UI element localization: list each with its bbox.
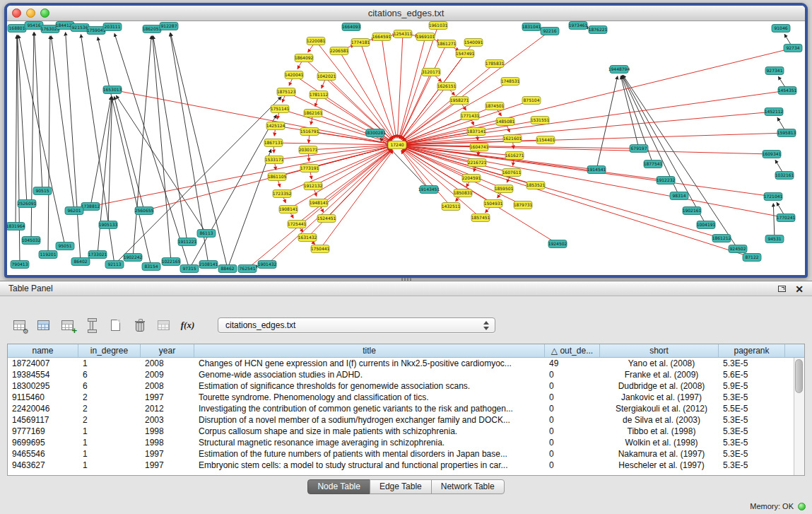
cell-short[interactable]: Dudbridge et al. (2008) [600,380,719,392]
cell-in_degree[interactable]: 6 [78,369,141,380]
network-node[interactable]: 1759041 [87,27,106,35]
cell-year[interactable]: 2012 [141,403,194,414]
network-node[interactable]: 2030171 [299,146,318,154]
network-node[interactable]: 790413 [11,261,29,269]
network-node[interactable]: 1420041 [285,71,304,79]
cell-year[interactable]: 1998 [141,437,194,448]
network-node[interactable]: 912287 [160,23,178,30]
cell-in_degree[interactable]: 6 [78,380,141,392]
cell-short[interactable]: Yano et al. (2008) [600,358,719,369]
network-node[interactable]: 88462 [218,265,237,273]
cell-short[interactable]: Hescheler et al. (1997) [600,460,719,471]
cell-name[interactable]: 9115460 [8,392,78,403]
network-node[interactable]: 1911221 [178,238,197,246]
network-node[interactable]: 1621601 [503,135,522,143]
cell-short[interactable]: Franke et al. (2009) [600,369,719,380]
network-node[interactable]: 1485081 [496,118,515,126]
network-node[interactable]: 1948141 [310,199,329,207]
cell-title[interactable]: Embryonic stem cells: a model to study s… [194,460,545,471]
cell-in_degree[interactable]: 1 [78,437,141,448]
cell-year[interactable]: 2008 [141,358,194,369]
table-row[interactable]: 911546021997Tourette syndrome. Phenomeno… [8,392,794,403]
network-node[interactable]: 762541 [238,265,257,273]
table-row[interactable]: 946362711997Embryonic stem cells: a mode… [8,460,794,471]
cell-title[interactable]: Genome-wide association studies in ADHD. [194,369,545,380]
network-node[interactable]: 1721041 [764,193,783,201]
cell-out_de[interactable]: 0 [545,448,600,460]
table-row[interactable]: 946554611997Estimation of the future num… [8,448,794,460]
zoom-window-button[interactable] [40,8,49,18]
cell-year[interactable]: 2003 [141,414,194,426]
network-node[interactable]: 1773191 [300,165,319,173]
window-titlebar[interactable]: citations_edges.txt [7,6,805,21]
cell-pagerank[interactable]: 5.3E-5 [719,448,785,460]
scrollbar-thumb[interactable] [795,359,803,393]
network-node[interactable]: 927341 [765,67,784,75]
network-node[interactable]: 1961031 [429,22,448,30]
network-node[interactable]: 86113 [197,230,216,238]
network-node[interactable]: 1604741 [470,144,489,151]
cell-pagerank[interactable]: 5.3E-5 [719,426,785,437]
network-node[interactable]: 1781112 [310,91,329,99]
network-node[interactable]: 1874501 [486,103,505,110]
cell-name[interactable]: 9465546 [8,448,78,460]
float-panel-icon[interactable] [778,286,786,292]
network-node[interactable]: 1032161 [775,172,794,180]
cell-short[interactable]: de Silva et al. (2003) [600,414,719,426]
cell-title[interactable]: Changes of HCN gene expression and I(f) … [194,358,545,369]
cell-short[interactable]: Wolkin et al. (1998) [600,437,719,448]
network-node[interactable]: 19448794 [608,66,630,74]
network-node[interactable]: 1045032 [22,237,41,245]
table-row[interactable]: 977716911998Corpus callosum shape and si… [8,426,794,437]
table-row[interactable]: 1872400712008Changes of HCN gene express… [8,358,794,369]
close-window-button[interactable] [12,8,21,18]
vertical-scrollbar[interactable] [794,358,804,475]
network-node[interactable]: 1595813 [777,129,796,137]
cell-short[interactable]: Stergiakouli et al. (2012) [600,403,719,414]
network-node[interactable]: 1725441 [288,221,307,228]
network-node[interactable]: 2206581 [330,47,349,55]
cell-name[interactable]: 18300295 [8,380,78,392]
tab-network-table[interactable]: Network Table [431,479,505,494]
add-column-icon[interactable]: + [58,316,77,334]
cell-in_degree[interactable]: 2 [78,392,141,403]
network-node[interactable]: 1626151 [437,83,457,90]
cell-out_de[interactable]: 0 [545,380,600,392]
cell-pagerank[interactable]: 5.3E-5 [719,392,785,403]
network-node[interactable]: 91046 [772,25,790,33]
minimize-window-button[interactable] [26,8,35,18]
network-node[interactable]: 1853521 [526,182,546,189]
tab-node-table[interactable]: Node Table [307,479,370,494]
network-node[interactable]: 1547491 [456,50,475,58]
network-node[interactable]: 1877541 [644,160,663,168]
network-node[interactable]: 1973461 [569,22,588,30]
network-node[interactable]: 1859501 [495,185,514,193]
network-canvas[interactable]: 1688019541617630251844121921536175904120… [7,21,805,275]
memory-status-indicator[interactable] [798,503,806,510]
network-node[interactable]: 97315 [180,265,199,273]
cell-out_de[interactable]: 0 [545,426,600,437]
network-node[interactable]: 875104 [522,97,541,105]
network-node[interactable]: 83154 [142,263,160,271]
cell-name[interactable]: 9463627 [8,460,78,471]
network-node[interactable]: 119201 [39,251,57,259]
network-node[interactable]: 1616271 [505,152,524,160]
cell-out_de[interactable]: 49 [545,358,600,369]
cell-year[interactable]: 1998 [141,426,194,437]
network-graph[interactable]: 1688019541617630251844121921536175904120… [7,21,805,275]
network-node[interactable]: 1902161 [683,207,702,215]
cell-pagerank[interactable]: 5.3E-5 [719,414,785,426]
cell-short[interactable]: Nakamura et al. (1997) [600,448,719,460]
network-node[interactable]: 1908141 [279,206,298,214]
network-node[interactable]: 1723352 [273,190,292,198]
network-node[interactable]: 1969101 [416,33,435,41]
network-node[interactable]: 1867131 [264,139,283,147]
cell-title[interactable]: Disruption of a novel member of a sodium… [194,414,545,426]
network-node[interactable]: 19143451 [418,186,440,194]
network-node[interactable]: 1748531 [501,78,520,86]
network-node[interactable]: 1042021 [317,73,336,81]
import-table-icon[interactable] [154,316,173,334]
network-node[interactable]: 92734 [784,45,802,52]
network-node[interactable]: 95051 [56,243,74,250]
column-header-title[interactable]: title [194,344,545,357]
